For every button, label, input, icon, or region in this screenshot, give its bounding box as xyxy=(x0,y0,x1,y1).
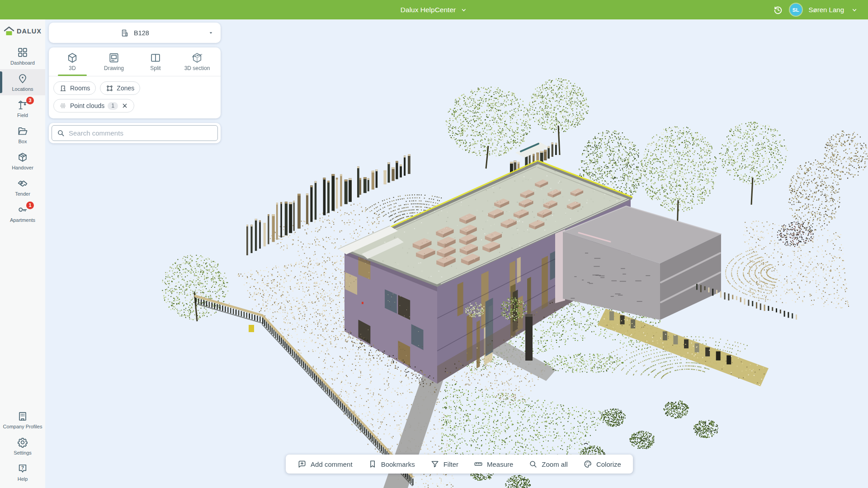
measure-icon xyxy=(474,460,483,469)
box-icon xyxy=(17,125,28,137)
chevron-down-icon xyxy=(460,6,467,14)
sidebar-item-label: Dashboard xyxy=(10,60,35,66)
bookmarks-icon xyxy=(368,460,377,469)
sidebar-item-handover[interactable]: Handover xyxy=(0,148,45,174)
sidebar: DALUX DashboardLocations3FieldBoxHandove… xyxy=(0,19,45,488)
notification-badge: 3 xyxy=(26,97,34,104)
top-bar: Dalux HelpCenter SL Søren Lang xyxy=(0,0,868,19)
notification-badge: 1 xyxy=(26,202,34,209)
sidebar-item-label: Apartments xyxy=(10,217,35,223)
svg-text:?: ? xyxy=(21,465,24,470)
apartments-icon: 1 xyxy=(17,204,28,216)
chip-label: Rooms xyxy=(70,84,90,92)
sidebar-item-settings[interactable]: Settings xyxy=(0,433,45,459)
sidebar-item-label: Tender xyxy=(15,191,30,197)
tender-icon xyxy=(17,178,28,189)
sidebar-item-help[interactable]: ?Help xyxy=(0,459,45,485)
sidebar-item-label: Box xyxy=(19,139,27,145)
chip-label: Point clouds xyxy=(70,102,104,109)
tab-label: 3D xyxy=(69,65,75,71)
toolbar-bookmarks-button[interactable]: Bookmarks xyxy=(360,455,423,474)
help-icon: ? xyxy=(17,463,28,474)
tab-active-underline xyxy=(58,75,87,76)
chip-label: Zones xyxy=(117,84,134,92)
cube-icon xyxy=(66,52,78,64)
viewport: B128 3DDrawingSplit3D section RoomsZones… xyxy=(45,19,868,488)
tab-3d-section[interactable]: 3D section xyxy=(176,52,218,76)
section-icon xyxy=(191,52,203,64)
tab-active-underline xyxy=(183,75,212,76)
avatar[interactable]: SL xyxy=(790,4,802,16)
chip-count-badge: 1 xyxy=(108,102,118,110)
avatar-initials: SL xyxy=(793,7,799,13)
handover-icon xyxy=(17,151,28,163)
settings-icon xyxy=(17,436,28,448)
zoom-all-icon xyxy=(528,460,538,469)
project-switcher[interactable]: Dalux HelpCenter xyxy=(401,6,467,14)
filter-icon xyxy=(430,460,439,469)
dalux-logo[interactable]: DALUX xyxy=(0,19,45,43)
sidebar-item-label: Company Profiles xyxy=(3,424,42,430)
locations-icon xyxy=(17,73,28,84)
history-icon[interactable] xyxy=(773,5,783,15)
chip-rooms[interactable]: Rooms xyxy=(53,81,96,95)
app-title: Dalux HelpCenter xyxy=(401,6,456,14)
toolbar-colorize-button[interactable]: Colorize xyxy=(576,455,629,474)
chevron-down-icon[interactable] xyxy=(851,6,858,14)
view-tabs-card: 3DDrawingSplit3D section RoomsZonesPoint… xyxy=(49,47,221,118)
chip-point-clouds[interactable]: Point clouds1 xyxy=(53,99,134,113)
zone-icon xyxy=(106,84,113,92)
viewer-toolbar: Add commentBookmarksFilterMeasureZoom al… xyxy=(286,455,633,474)
sidebar-item-dashboard[interactable]: Dashboard xyxy=(0,43,45,69)
toolbar-button-label: Bookmarks xyxy=(381,460,415,468)
tab-3d[interactable]: 3D xyxy=(52,52,93,76)
tab-label: Drawing xyxy=(104,65,124,71)
sidebar-item-tender[interactable]: Tender xyxy=(0,174,45,200)
search-card xyxy=(49,123,221,143)
toolbar-button-label: Measure xyxy=(487,460,513,468)
tab-split[interactable]: Split xyxy=(135,52,176,76)
room-icon xyxy=(59,84,67,92)
toolbar-button-label: Filter xyxy=(443,460,458,468)
user-name[interactable]: Søren Lang xyxy=(809,6,844,14)
dalux-house-icon xyxy=(4,26,14,36)
sidebar-item-label: Field xyxy=(17,113,28,118)
location-selector-value: B128 xyxy=(134,29,149,37)
sidebar-item-label: Settings xyxy=(14,450,32,456)
tab-active-underline xyxy=(99,75,128,76)
sidebar-item-label: Handover xyxy=(12,165,33,171)
sidebar-item-company-profiles[interactable]: Company Profiles xyxy=(0,407,45,433)
tab-label: 3D section xyxy=(184,65,210,71)
toolbar-add-comment-button[interactable]: Add comment xyxy=(290,455,360,474)
location-selector[interactable]: B128 xyxy=(49,23,221,43)
building-icon xyxy=(120,28,129,38)
logo-text: DALUX xyxy=(17,28,42,35)
sidebar-item-field[interactable]: 3Field xyxy=(0,95,45,122)
tab-active-underline xyxy=(141,75,170,76)
sidebar-item-apartments[interactable]: 1Apartments xyxy=(0,200,45,226)
search-box[interactable] xyxy=(52,125,218,141)
chip-zones[interactable]: Zones xyxy=(100,81,140,95)
view-panel: B128 3DDrawingSplit3D section RoomsZones… xyxy=(49,23,221,143)
pointcloud-icon xyxy=(59,102,67,110)
field-icon: 3 xyxy=(17,99,28,111)
sidebar-item-label: Help xyxy=(18,476,28,482)
toolbar-measure-button[interactable]: Measure xyxy=(466,455,521,474)
sidebar-item-locations[interactable]: Locations xyxy=(0,69,45,95)
split-icon xyxy=(150,52,161,64)
toolbar-zoom-all-button[interactable]: Zoom all xyxy=(521,455,576,474)
sidebar-item-box[interactable]: Box xyxy=(0,122,45,148)
colorize-icon xyxy=(583,460,592,469)
tab-drawing[interactable]: Drawing xyxy=(93,52,135,76)
toolbar-button-label: Colorize xyxy=(596,460,621,468)
company-icon xyxy=(17,410,28,422)
drawing-icon xyxy=(108,52,120,64)
search-input[interactable] xyxy=(69,129,213,137)
close-icon[interactable] xyxy=(121,102,128,109)
dashboard-icon xyxy=(17,47,28,58)
toolbar-filter-button[interactable]: Filter xyxy=(423,455,466,474)
caret-down-icon xyxy=(208,29,214,36)
sidebar-item-label: Locations xyxy=(12,86,33,92)
toolbar-button-label: Zoom all xyxy=(542,460,568,468)
search-icon xyxy=(57,129,65,137)
